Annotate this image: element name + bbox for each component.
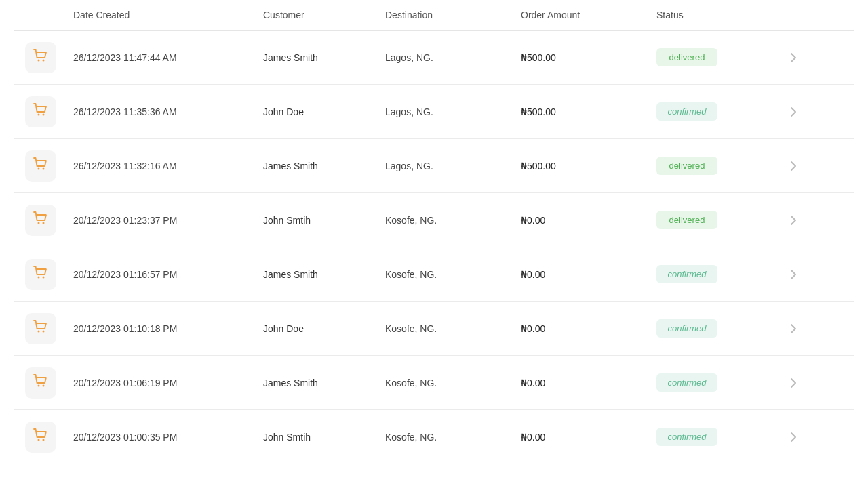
row-icon-cell xyxy=(14,259,68,290)
row-amount: ₦0.00 xyxy=(515,432,651,443)
cart-icon-wrapper xyxy=(25,42,56,73)
row-chevron[interactable] xyxy=(773,323,814,334)
status-badge: confirmed xyxy=(656,428,717,446)
row-status: delivered xyxy=(651,211,773,229)
svg-point-11 xyxy=(43,331,45,333)
header-amount: Order Amount xyxy=(515,9,651,20)
header-customer: Customer xyxy=(258,9,380,20)
row-customer: John Smtih xyxy=(258,432,380,443)
row-status: delivered xyxy=(651,48,773,66)
row-icon-cell xyxy=(14,42,68,73)
row-date: 20/12/2023 01:10:18 PM xyxy=(68,323,258,334)
svg-point-0 xyxy=(38,60,40,62)
cart-icon-wrapper xyxy=(25,150,56,182)
table-row[interactable]: 26/12/2023 11:32:16 AM James Smith Lagos… xyxy=(14,139,854,193)
table-header: Date Created Customer Destination Order … xyxy=(14,0,854,30)
cart-icon xyxy=(33,320,48,337)
cart-icon xyxy=(33,266,48,283)
row-status: confirmed xyxy=(651,319,773,338)
svg-point-13 xyxy=(43,385,45,387)
row-date: 26/12/2023 11:47:44 AM xyxy=(68,52,258,63)
row-destination: Lagos, NG. xyxy=(380,106,515,117)
svg-point-9 xyxy=(43,277,45,279)
header-icon-col xyxy=(14,9,68,20)
table-body: 26/12/2023 11:47:44 AM James Smith Lagos… xyxy=(14,30,854,464)
row-amount: ₦0.00 xyxy=(515,215,651,226)
row-date: 20/12/2023 01:16:57 PM xyxy=(68,269,258,280)
cart-icon xyxy=(33,49,48,66)
status-badge: confirmed xyxy=(656,373,717,392)
svg-point-4 xyxy=(38,168,40,170)
header-arrow-col xyxy=(773,9,814,20)
status-badge: confirmed xyxy=(656,319,717,338)
table-row[interactable]: 26/12/2023 11:35:36 AM John Doe Lagos, N… xyxy=(14,85,854,139)
row-chevron[interactable] xyxy=(773,52,814,63)
row-amount: ₦500.00 xyxy=(515,106,651,117)
cart-icon xyxy=(33,428,48,445)
svg-point-6 xyxy=(38,222,40,224)
row-destination: Kosofe, NG. xyxy=(380,432,515,443)
table-row[interactable]: 26/12/2023 11:47:44 AM James Smith Lagos… xyxy=(14,30,854,85)
cart-icon xyxy=(33,374,48,391)
row-chevron[interactable] xyxy=(773,215,814,226)
row-chevron[interactable] xyxy=(773,432,814,443)
status-badge: confirmed xyxy=(656,265,717,283)
row-icon-cell xyxy=(14,96,68,127)
row-icon-cell xyxy=(14,367,68,399)
row-chevron[interactable] xyxy=(773,378,814,388)
cart-icon-wrapper xyxy=(25,205,56,236)
svg-point-8 xyxy=(38,277,40,279)
svg-point-2 xyxy=(38,114,40,116)
table-row[interactable]: 20/12/2023 01:10:18 PM John Doe Kosofe, … xyxy=(14,302,854,356)
row-chevron[interactable] xyxy=(773,161,814,171)
row-status: confirmed xyxy=(651,265,773,283)
svg-point-3 xyxy=(43,114,45,116)
status-badge: delivered xyxy=(656,211,717,229)
row-status: confirmed xyxy=(651,428,773,446)
row-amount: ₦500.00 xyxy=(515,52,651,63)
row-amount: ₦0.00 xyxy=(515,323,651,334)
header-destination: Destination xyxy=(380,9,515,20)
row-amount: ₦500.00 xyxy=(515,161,651,171)
row-date: 26/12/2023 11:32:16 AM xyxy=(68,161,258,171)
orders-table: Date Created Customer Destination Order … xyxy=(0,0,868,488)
cart-icon-wrapper xyxy=(25,96,56,127)
row-destination: Kosofe, NG. xyxy=(380,323,515,334)
status-badge: confirmed xyxy=(656,102,717,121)
row-customer: John Doe xyxy=(258,106,380,117)
row-customer: John Doe xyxy=(258,323,380,334)
table-row[interactable]: 20/12/2023 01:16:57 PM James Smith Kosof… xyxy=(14,247,854,302)
row-customer: James Smith xyxy=(258,378,380,388)
cart-icon-wrapper xyxy=(25,259,56,290)
row-status: confirmed xyxy=(651,373,773,392)
cart-icon xyxy=(33,157,48,174)
header-date: Date Created xyxy=(68,9,258,20)
row-destination: Lagos, NG. xyxy=(380,161,515,171)
row-customer: James Smith xyxy=(258,52,380,63)
svg-point-1 xyxy=(43,60,45,62)
svg-point-12 xyxy=(38,385,40,387)
svg-point-14 xyxy=(38,439,40,441)
row-customer: James Smith xyxy=(258,269,380,280)
row-date: 26/12/2023 11:35:36 AM xyxy=(68,106,258,117)
row-customer: John Smtih xyxy=(258,215,380,226)
row-amount: ₦0.00 xyxy=(515,378,651,388)
row-customer: James Smith xyxy=(258,161,380,171)
row-date: 20/12/2023 01:06:19 PM xyxy=(68,378,258,388)
table-row[interactable]: 20/12/2023 01:06:19 PM James Smith Kosof… xyxy=(14,356,854,410)
header-status: Status xyxy=(651,9,773,20)
row-icon-cell xyxy=(14,150,68,182)
row-chevron[interactable] xyxy=(773,106,814,117)
row-status: delivered xyxy=(651,157,773,175)
svg-point-15 xyxy=(43,439,45,441)
row-icon-cell xyxy=(14,313,68,344)
row-date: 20/12/2023 01:23:37 PM xyxy=(68,215,258,226)
row-chevron[interactable] xyxy=(773,269,814,280)
row-destination: Kosofe, NG. xyxy=(380,215,515,226)
table-row[interactable]: 20/12/2023 01:23:37 PM John Smtih Kosofe… xyxy=(14,193,854,247)
svg-point-7 xyxy=(43,222,45,224)
row-status: confirmed xyxy=(651,102,773,121)
table-row[interactable]: 20/12/2023 01:00:35 PM John Smtih Kosofe… xyxy=(14,410,854,464)
svg-point-5 xyxy=(43,168,45,170)
row-destination: Kosofe, NG. xyxy=(380,269,515,280)
